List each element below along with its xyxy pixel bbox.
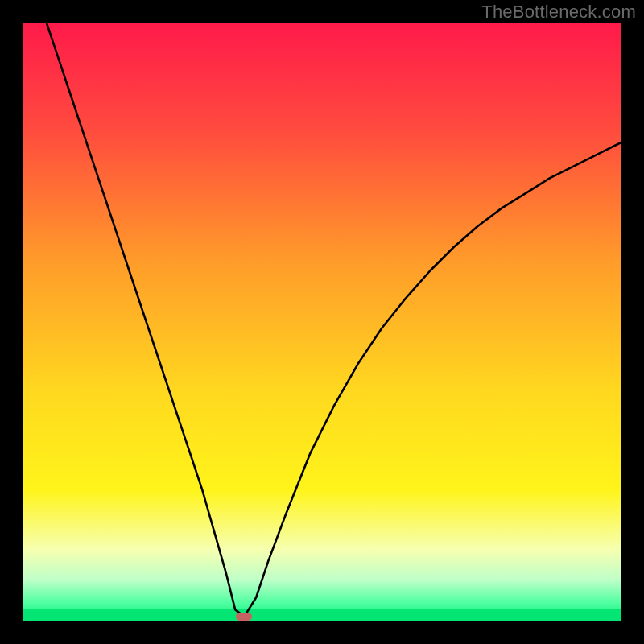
chart-container: TheBottleneck.com <box>0 0 644 644</box>
watermark-text: TheBottleneck.com <box>481 2 636 23</box>
bottleneck-curve <box>23 23 621 621</box>
optimal-point-marker <box>236 613 252 621</box>
plot-area <box>23 23 621 621</box>
